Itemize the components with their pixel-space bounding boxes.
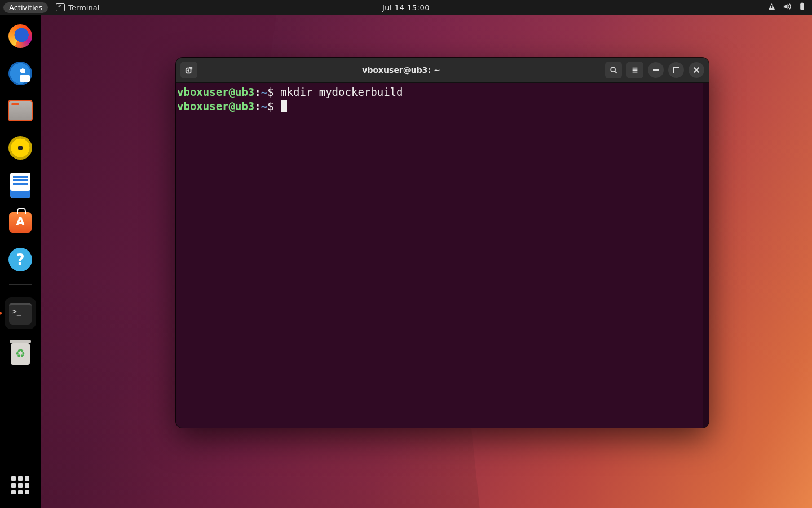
menu-button[interactable] xyxy=(626,62,643,78)
svg-rect-2 xyxy=(800,3,804,10)
terminal-cursor xyxy=(281,100,287,112)
dock-item-firefox[interactable] xyxy=(8,24,33,49)
dock-separator xyxy=(9,284,32,285)
desktop-wallpaper: vboxuser@ub3: ~ xyxy=(41,15,812,508)
ubuntu-software-icon xyxy=(9,212,32,233)
thunderbird-icon xyxy=(8,62,32,85)
files-icon xyxy=(8,100,33,121)
terminal-line: vboxuser@ub3:~$ mkdir mydockerbuild xyxy=(177,85,708,99)
svg-rect-1 xyxy=(771,6,772,8)
terminal-line: vboxuser@ub3:~$ xyxy=(177,99,708,113)
libreoffice-writer-icon xyxy=(10,173,30,198)
dock-item-rhythmbox[interactable] xyxy=(8,135,33,160)
close-icon xyxy=(693,67,700,73)
maximize-button[interactable] xyxy=(668,62,684,78)
top-bar: Activities Terminal Jul 14 15:00 xyxy=(0,0,812,15)
terminal-app-icon xyxy=(9,303,32,325)
help-icon: ? xyxy=(8,248,32,271)
dock-item-help[interactable]: ? xyxy=(8,247,33,272)
new-tab-button[interactable] xyxy=(180,62,197,78)
battery-icon[interactable] xyxy=(798,2,806,12)
minimize-button[interactable] xyxy=(648,62,664,78)
hamburger-icon xyxy=(631,66,639,74)
firefox-icon xyxy=(8,24,32,48)
terminal-icon xyxy=(56,3,65,11)
search-icon xyxy=(610,66,617,74)
dock-item-trash[interactable] xyxy=(8,341,33,366)
network-icon[interactable] xyxy=(767,2,776,12)
svg-rect-3 xyxy=(801,2,803,3)
window-title: vboxuser@ub3: ~ xyxy=(202,65,601,75)
active-app-label: Terminal xyxy=(68,3,99,12)
rhythmbox-icon xyxy=(8,136,32,160)
window-titlebar[interactable]: vboxuser@ub3: ~ xyxy=(176,58,709,83)
dock-item-files[interactable] xyxy=(8,98,33,123)
minimize-icon xyxy=(653,69,659,71)
new-tab-icon xyxy=(185,66,193,74)
clock[interactable]: Jul 14 15:00 xyxy=(382,3,430,12)
system-tray xyxy=(767,2,809,12)
search-button[interactable] xyxy=(605,62,622,78)
maximize-icon xyxy=(673,67,679,73)
dock-item-ubuntu-software[interactable] xyxy=(8,210,33,235)
active-app-indicator[interactable]: Terminal xyxy=(56,3,99,12)
volume-icon[interactable] xyxy=(783,2,791,12)
svg-point-5 xyxy=(611,67,615,72)
terminal-body[interactable]: vboxuser@ub3:~$ mkdir mydockerbuildvboxu… xyxy=(176,83,709,428)
svg-point-0 xyxy=(771,5,772,6)
dock-item-libreoffice-writer[interactable] xyxy=(8,173,33,198)
terminal-window: vboxuser@ub3: ~ xyxy=(176,58,709,428)
show-applications-button[interactable] xyxy=(9,474,32,497)
activities-button[interactable]: Activities xyxy=(3,2,48,13)
dock: ? xyxy=(0,15,41,508)
trash-icon xyxy=(11,343,30,365)
close-button[interactable] xyxy=(689,62,704,78)
dock-item-terminal[interactable] xyxy=(5,297,36,329)
dock-item-thunderbird[interactable] xyxy=(8,61,33,86)
terminal-scrollbar[interactable] xyxy=(703,83,709,428)
